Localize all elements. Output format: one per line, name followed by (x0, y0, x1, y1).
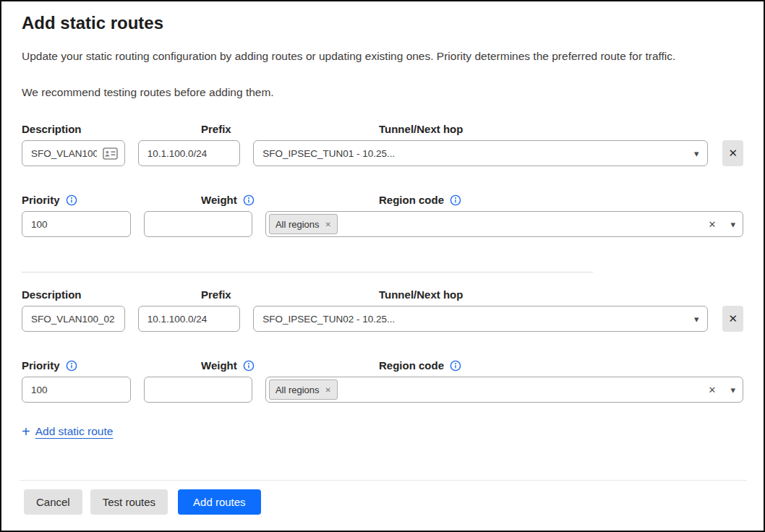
info-icon[interactable] (450, 194, 461, 206)
tunnel-select-value: SFO_IPSEC_TUN01 - 10.25... (262, 148, 688, 159)
tunnel-label: Tunnel/Next hop (379, 123, 544, 135)
prefix-input[interactable] (138, 140, 241, 166)
section-divider (22, 272, 593, 273)
description-label: Description (22, 288, 188, 301)
tunnel-select-value: SFO_IPSEC_TUN02 - 10.25... (262, 314, 688, 325)
recommendation-text: We recommend testing routes before addin… (22, 85, 743, 100)
cancel-button[interactable]: Cancel (24, 489, 82, 515)
region-select[interactable]: All regions ✕ ✕ ▾ (265, 377, 743, 403)
intro-text: Update your static routing configuration… (22, 49, 743, 64)
chevron-down-icon: ▾ (694, 149, 699, 158)
clear-icon[interactable]: ✕ (709, 219, 717, 230)
info-icon[interactable] (243, 194, 255, 206)
close-icon: ✕ (728, 312, 738, 325)
region-chip: All regions ✕ (269, 214, 338, 234)
weight-label: Weight (201, 194, 237, 206)
weight-label: Weight (201, 359, 237, 372)
add-static-route-link[interactable]: Add static route (35, 425, 114, 438)
prefix-label: Prefix (201, 123, 366, 135)
prefix-label: Prefix (201, 288, 366, 301)
plus-icon: + (22, 424, 30, 439)
test-routes-button[interactable]: Test routes (90, 489, 168, 515)
dialog-content: Add static routes Update your static rou… (1, 1, 764, 439)
add-static-routes-dialog: { "header": { "title": "Add static route… (0, 0, 765, 532)
region-chip: All regions ✕ (269, 379, 338, 400)
contact-card-icon (103, 147, 118, 163)
info-icon[interactable] (66, 194, 77, 206)
tunnel-label: Tunnel/Next hop (379, 288, 544, 301)
description-input[interactable] (22, 306, 125, 332)
chevron-down-icon: ▾ (730, 220, 735, 229)
prefix-input[interactable] (138, 306, 241, 332)
region-label: Region code (379, 194, 444, 206)
region-select[interactable]: All regions ✕ ✕ ▾ (265, 211, 743, 237)
info-icon[interactable] (66, 360, 77, 372)
weight-input[interactable] (144, 211, 252, 237)
clear-icon[interactable]: ✕ (709, 385, 717, 395)
region-label: Region code (379, 359, 444, 372)
priority-label: Priority (22, 194, 60, 206)
info-icon[interactable] (243, 360, 255, 372)
description-label: Description (22, 123, 188, 135)
chevron-down-icon: ▾ (694, 314, 699, 324)
remove-route-button[interactable]: ✕ (722, 306, 743, 332)
priority-label: Priority (22, 359, 60, 372)
weight-input[interactable] (144, 377, 252, 403)
close-icon: ✕ (728, 147, 738, 160)
region-chip-label: All regions (275, 385, 320, 395)
priority-input[interactable] (22, 211, 131, 237)
region-chip-label: All regions (275, 219, 320, 230)
tunnel-select[interactable]: SFO_IPSEC_TUN02 - 10.25... ▾ (253, 306, 708, 332)
remove-route-button[interactable]: ✕ (722, 140, 743, 166)
tunnel-select[interactable]: SFO_IPSEC_TUN01 - 10.25... ▾ (253, 140, 708, 166)
remove-chip-icon[interactable]: ✕ (325, 220, 331, 228)
route-form-2: Description Prefix Tunnel/Next hop SFO_I… (22, 288, 743, 403)
remove-chip-icon[interactable]: ✕ (325, 386, 331, 394)
chevron-down-icon: ▾ (730, 385, 735, 395)
page-title: Add static routes (22, 13, 743, 33)
route-form-1: Description Prefix Tunnel/Next hop (22, 123, 743, 237)
dialog-footer: Cancel Test routes Add routes (20, 480, 747, 515)
priority-input[interactable] (22, 377, 131, 403)
info-icon[interactable] (450, 360, 461, 372)
add-routes-button[interactable]: Add routes (178, 489, 261, 515)
